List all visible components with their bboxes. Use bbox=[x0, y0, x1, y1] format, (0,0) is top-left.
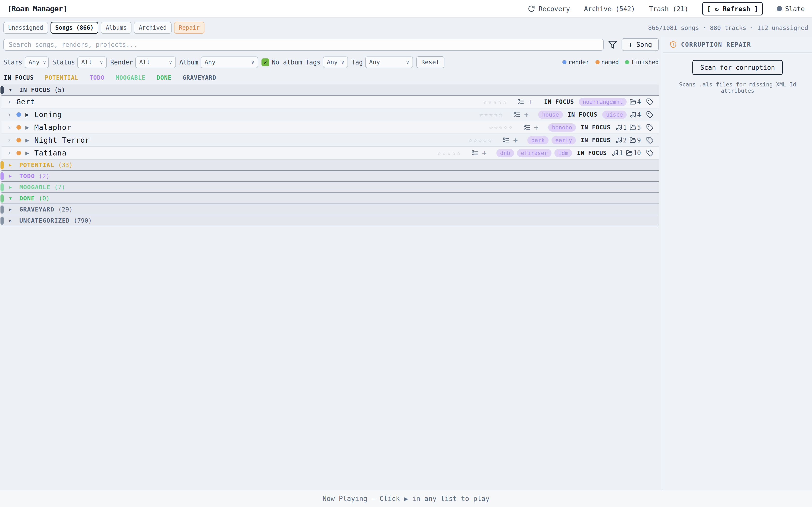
expand-triangle-icon[interactable]: ▶ bbox=[9, 174, 15, 178]
category-tab-potential[interactable]: POTENTIAL bbox=[45, 74, 79, 81]
collapse-triangle-icon[interactable]: ▼ bbox=[9, 88, 15, 92]
section-color-bar bbox=[0, 217, 4, 225]
filter-select-value: Any bbox=[29, 59, 39, 66]
view-tab-songs[interactable]: Songs (866) bbox=[51, 22, 99, 34]
app-title: [Roam Manager] bbox=[7, 4, 67, 13]
expand-triangle-icon[interactable]: ▶ bbox=[9, 185, 15, 189]
song-row: ›▶Tatiana☆☆☆☆☆+dnbefiraseridmIN FOCUS110 bbox=[1, 147, 659, 160]
add-task-button[interactable]: + bbox=[482, 149, 487, 158]
song-row-actions: ☆☆☆☆☆+houseIN FOCUSuisce4 bbox=[479, 110, 654, 119]
section-header-done[interactable]: ▼DONE(0) bbox=[1, 193, 659, 204]
nav-item-archive[interactable]: Archive (542) bbox=[584, 5, 635, 12]
category-tab-todo[interactable]: TODO bbox=[90, 74, 105, 81]
checklist-icon[interactable] bbox=[502, 137, 510, 144]
section-name: UNCATEGORIZED bbox=[19, 217, 70, 224]
expand-triangle-icon[interactable]: ▶ bbox=[9, 218, 15, 223]
legend-finished: finished bbox=[625, 59, 659, 66]
filter-group-tags: TagsAny∨ bbox=[305, 56, 348, 68]
nav-item-trash[interactable]: Trash (21) bbox=[649, 5, 689, 12]
view-tab-unassigned[interactable]: Unassigned bbox=[3, 22, 48, 34]
star-rating[interactable]: ☆☆☆☆☆ bbox=[479, 111, 504, 118]
scan-corruption-button[interactable]: Scan for corruption bbox=[692, 60, 783, 75]
tag-icon[interactable] bbox=[646, 137, 654, 144]
expand-chevron-icon[interactable]: › bbox=[7, 123, 16, 131]
section-header-todo[interactable]: ▶TODO(2) bbox=[1, 171, 659, 182]
view-tab-archived[interactable]: Archived bbox=[134, 22, 171, 34]
tag-pill[interactable]: dnb bbox=[496, 149, 514, 157]
view-tab-albums[interactable]: Albums bbox=[101, 22, 132, 34]
chevron-down-icon: ∨ bbox=[43, 59, 46, 65]
add-task-button[interactable]: + bbox=[524, 110, 528, 119]
collapse-triangle-icon[interactable]: ▼ bbox=[9, 196, 15, 201]
expand-triangle-icon[interactable]: ▶ bbox=[9, 207, 15, 212]
star-rating[interactable]: ☆☆☆☆☆ bbox=[489, 124, 513, 131]
filter-select-tags[interactable]: Any∨ bbox=[323, 56, 348, 68]
section-name: IN FOCUS bbox=[19, 87, 50, 94]
chevron-down-icon: ∨ bbox=[251, 59, 254, 65]
tag-pill[interactable]: idm bbox=[554, 149, 572, 157]
track-count: 1 bbox=[612, 150, 623, 157]
filter-select-status[interactable]: All∨ bbox=[77, 56, 107, 68]
checklist-icon[interactable] bbox=[517, 98, 524, 106]
star-rating[interactable]: ☆☆☆☆☆ bbox=[469, 137, 493, 144]
section-header-moogable[interactable]: ▶MOOGABLE(7) bbox=[1, 182, 659, 193]
filter-label: Status bbox=[52, 59, 75, 66]
add-task-button[interactable]: + bbox=[534, 123, 539, 132]
folder-count: 10 bbox=[626, 150, 641, 157]
category-tab-moogable[interactable]: MOOGABLE bbox=[115, 74, 146, 81]
tag-icon[interactable] bbox=[646, 150, 654, 157]
play-button[interactable]: ▶ bbox=[26, 150, 29, 157]
section-header-graveyard[interactable]: ▶GRAVEYARD(29) bbox=[1, 204, 659, 215]
add-task-button[interactable]: + bbox=[513, 136, 518, 145]
filter-select-value: Any bbox=[327, 59, 338, 66]
star-rating[interactable]: ☆☆☆☆☆ bbox=[438, 150, 462, 157]
star-rating[interactable]: ☆☆☆☆☆ bbox=[483, 98, 507, 105]
view-tab-repair[interactable]: Repair bbox=[174, 22, 205, 34]
filter-select-stars[interactable]: Any∨ bbox=[24, 56, 49, 68]
tag-icon[interactable] bbox=[646, 111, 654, 118]
category-tab-in-focus[interactable]: IN FOCUS bbox=[4, 74, 34, 81]
tag-pill[interactable]: early bbox=[552, 136, 576, 145]
add-song-button[interactable]: + Song bbox=[621, 38, 659, 51]
checklist-icon[interactable] bbox=[513, 111, 520, 118]
tag-icon[interactable] bbox=[646, 98, 654, 106]
filter-select-tag[interactable]: Any∨ bbox=[365, 56, 413, 68]
checklist-icon[interactable] bbox=[523, 124, 530, 131]
section-header-uncategorized[interactable]: ▶UNCATEGORIZED(790) bbox=[1, 215, 659, 226]
search-row: + Song bbox=[3, 38, 659, 51]
expand-triangle-icon[interactable]: ▶ bbox=[9, 163, 15, 167]
play-button[interactable]: ▶ bbox=[26, 124, 29, 131]
tag-icon[interactable] bbox=[646, 124, 654, 131]
no-album-checkbox[interactable]: ✓ bbox=[261, 58, 269, 66]
tag-pill[interactable]: dark bbox=[527, 136, 548, 145]
category-tab-done[interactable]: DONE bbox=[157, 74, 171, 81]
track-count: 4 bbox=[629, 111, 641, 118]
section-header-potential[interactable]: ▶POTENTIAL(33) bbox=[1, 160, 659, 171]
tag-pill[interactable]: efiraser bbox=[517, 149, 552, 157]
search-input[interactable] bbox=[3, 39, 604, 51]
expand-chevron-icon[interactable]: › bbox=[7, 149, 16, 157]
add-task-button[interactable]: + bbox=[528, 97, 532, 107]
expand-chevron-icon[interactable]: › bbox=[7, 98, 16, 106]
song-status-label: IN FOCUS bbox=[568, 111, 598, 118]
expand-chevron-icon[interactable]: › bbox=[7, 111, 16, 119]
song-row: ›▶Night Terror☆☆☆☆☆+darkearlyIN FOCUS29 bbox=[1, 134, 659, 147]
play-button[interactable]: ▶ bbox=[26, 111, 29, 118]
expand-chevron-icon[interactable]: › bbox=[7, 136, 16, 144]
nav-item-recovery[interactable]: Recovery bbox=[528, 5, 570, 12]
section-header-in-focus[interactable]: ▼IN FOCUS(5) bbox=[1, 84, 659, 96]
reset-filters-button[interactable]: Reset bbox=[416, 56, 444, 68]
tag-pill[interactable]: bonobo bbox=[548, 123, 576, 131]
filter-select-render[interactable]: All∨ bbox=[135, 56, 176, 68]
filter-select-album[interactable]: Any∨ bbox=[201, 56, 258, 68]
section-color-bar bbox=[0, 172, 4, 180]
refresh-button[interactable]: [ ↻ Refresh ] bbox=[702, 2, 762, 15]
category-tab-graveyard[interactable]: GRAVEYARD bbox=[183, 74, 216, 81]
filter-funnel-icon[interactable] bbox=[608, 40, 617, 49]
tag-pill[interactable]: uisce bbox=[602, 111, 627, 119]
play-button[interactable]: ▶ bbox=[26, 137, 29, 144]
tag-pill[interactable]: noarrangemnt bbox=[579, 98, 627, 106]
tag-pill[interactable]: house bbox=[538, 111, 563, 119]
theme-selector[interactable]: Slate bbox=[777, 5, 805, 12]
checklist-icon[interactable] bbox=[471, 150, 478, 157]
